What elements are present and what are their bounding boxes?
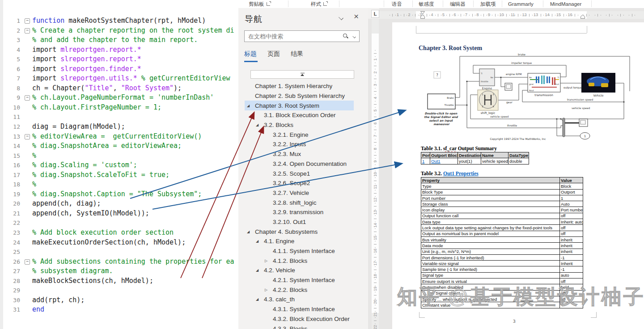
line-number[interactable]: 7 [3,74,22,84]
expanded-triangle-icon[interactable]: ◢ [256,239,264,243]
right-indent-marker[interactable] [580,15,585,19]
nav-tree-item[interactable]: Chapter 1. System Hierarchy [245,81,354,91]
fold-collapse-icon[interactable]: − [25,95,30,101]
line-number[interactable]: 6 [3,64,22,74]
search-options-chevron-icon[interactable] [352,35,356,38]
ribbon-group-label[interactable]: 样式 [311,1,321,8]
code-text[interactable]: % diag.Snapshot.ScaleToFit = true; [32,170,169,180]
out1-properties-link[interactable]: Out1 Properties [443,171,479,176]
code-text[interactable]: append(ch, diag); [32,199,101,209]
chevron-down-icon[interactable] [339,16,344,19]
matlab-code-editor[interactable]: 1−function makeRootSystemChapter(rpt, hM… [0,0,238,329]
line-number[interactable]: 2 [3,26,22,36]
tab-results[interactable]: 结果 [291,50,303,58]
code-text[interactable]: import slreportgen.report.* [32,55,141,64]
nav-tree-item[interactable]: 4.3.3. Blocks [245,324,354,329]
code-text[interactable]: % subsystem diagram. [32,266,113,276]
nav-tree-item[interactable]: 3.2.3. Mux [245,149,354,159]
expanded-triangle-icon[interactable]: ◢ [247,104,255,108]
nav-tree-item[interactable]: ◢4.3. calc_th [245,295,354,304]
code-text[interactable]: import slreportgen.finder.* [32,64,141,74]
nav-tree-item[interactable]: ◢Chapter 3. Root System [245,101,354,110]
expanded-triangle-icon[interactable]: ◢ [247,230,255,234]
code-text[interactable]: % diag.Snapshot.Caption = "The Subsystem… [32,190,202,199]
horizontal-ruler[interactable]: 12345678910111213141516 [379,11,644,19]
code-text[interactable]: % ch.Layout.PageNumberFormat = 'numberIn… [32,93,214,103]
search-icon[interactable] [343,34,348,39]
code-text[interactable]: diag = Diagram(hModel); [32,122,125,132]
line-number[interactable]: 11 [3,112,22,122]
line-number[interactable]: 20 [3,199,22,209]
nav-tree-item[interactable]: ◢4.2. Vehicle [245,266,354,275]
tab-headings[interactable]: 标题 [244,50,257,58]
fold-collapse-icon[interactable]: − [25,18,30,24]
nav-tree-item[interactable]: ▷4.1.2. Blocks [245,256,354,266]
line-number[interactable]: 1 [3,16,22,26]
line-number[interactable]: 22 [3,218,22,228]
code-text[interactable]: ch = Chapter("Title", "Root System"); [32,84,182,93]
code-text[interactable]: % ch.Layout.FirstPageNumber = 1; [32,103,161,113]
cell-link[interactable]: Out1 [431,159,441,164]
line-number[interactable]: 18 [3,180,22,190]
expanded-triangle-icon[interactable]: ◢ [256,268,264,272]
code-text[interactable]: % [32,151,36,161]
expanded-triangle-icon[interactable]: ◢ [256,123,264,127]
ribbon-group-label[interactable]: 编辑器 [450,1,466,8]
nav-tree-item[interactable]: 3.2.2. Inputs [245,139,354,149]
nav-tree-item[interactable]: 4.3.1. System Interface [245,304,354,314]
nav-tree-item[interactable]: 3.2.5. Scope1 [245,169,354,178]
nav-tree-item[interactable]: 4.1.1. System Interface [245,246,354,256]
fold-collapse-icon[interactable]: − [25,134,30,139]
close-icon[interactable]: × [354,12,359,21]
ribbon-group-label[interactable]: 敏感度 [419,1,434,8]
line-number[interactable]: 17 [3,170,22,180]
code-text[interactable]: function makeRootSystemChapter(rpt, hMod… [32,16,206,26]
line-number[interactable]: 4 [3,45,22,55]
cell-link[interactable]: 1 [422,159,424,164]
code-text[interactable]: makeExecutionOrderSection(ch, hModel); [32,238,186,248]
code-text[interactable]: % diag.Scaling = 'custom'; [32,160,137,170]
line-number[interactable]: 26 [3,257,22,267]
mux-block[interactable] [563,118,565,137]
line-number[interactable]: 15 [3,151,22,161]
ribbon-group-label[interactable]: 剪贴板 [249,1,264,8]
nav-tree-item[interactable]: 3.2.10. Out1 [245,217,354,227]
line-number[interactable]: 12 [3,122,22,132]
code-text[interactable]: import slreportgen.utils.* % getCurrentE… [32,74,230,84]
search-input[interactable] [245,31,359,42]
line-number[interactable]: 3 [3,35,22,45]
ribbon-group-label[interactable]: 加载项 [480,1,496,8]
line-number[interactable]: 16 [3,160,22,170]
nav-tree-item[interactable]: ◢4.1. Engine [245,236,354,246]
jump-to-top-button[interactable] [250,70,354,79]
code-text[interactable]: % Add block execution order section [32,228,174,238]
search-box[interactable] [244,30,360,42]
line-number[interactable]: 5 [3,55,22,64]
line-number[interactable]: 30 [3,295,22,305]
nav-tree-item[interactable]: 4.2.1. System Interface [245,275,354,285]
line-number[interactable]: 23 [3,228,22,238]
code-text[interactable]: append(ch, SystemIO(hModel)); [32,209,149,219]
hanging-indent-marker[interactable] [420,15,425,19]
code-text[interactable]: % diag.SnapshotArea = editorViewArea; [32,141,182,151]
document-page[interactable]: Chapter 3. Root System [392,22,644,329]
line-number[interactable]: 28 [3,276,22,286]
code-text[interactable]: % and add the chapter to the main report… [32,35,198,45]
line-number[interactable]: 19 [3,190,22,199]
nav-tree-item[interactable]: ◢Chapter 4. Subsystems [245,227,354,236]
nav-tree-item[interactable]: 3.2.6. Scope2 [245,178,354,188]
collapsed-triangle-icon[interactable]: ▷ [265,288,273,292]
nav-tree-item[interactable]: 3.2.4. Open Documentation [245,159,354,169]
ribbon-group-label[interactable]: Grammarly [508,1,534,7]
nav-tree-item[interactable]: 3.2.1. Engine [245,130,354,139]
expanded-triangle-icon[interactable]: ◢ [256,297,264,301]
code-text[interactable]: % [32,180,36,190]
line-number[interactable]: 25 [3,247,22,257]
line-number[interactable]: 10 [3,103,22,113]
code-text[interactable]: makeBlockSections(ch, hModel); [32,276,153,286]
vertical-ruler[interactable]: 12345678910111213141516171819202122 [372,19,379,329]
code-text[interactable]: end [32,305,44,315]
tab-pages[interactable]: 页面 [267,50,280,58]
nav-tree-item[interactable]: Chapter 2. Sub System Hierarchy [245,91,354,101]
line-number[interactable]: 13 [3,132,22,142]
